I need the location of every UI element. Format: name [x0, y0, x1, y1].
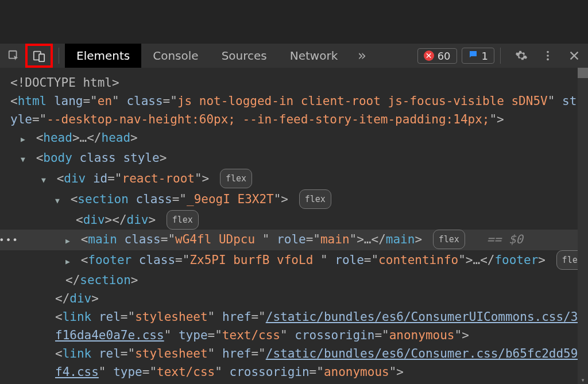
tab-elements[interactable]: Elements: [65, 44, 141, 68]
link2-node[interactable]: <link rel="stylesheet" href="/static/bun…: [10, 344, 579, 381]
react-root-open[interactable]: ▼ <div id="react-root"> flex: [10, 169, 579, 189]
device-toggle-highlight: [25, 44, 53, 68]
svg-point-3: [547, 51, 549, 53]
collapse-icon[interactable]: ▼: [21, 150, 29, 169]
row-actions-icon[interactable]: •••: [0, 231, 19, 250]
collapse-icon[interactable]: ▼: [41, 171, 49, 189]
scroll-down-icon[interactable]: ▾: [578, 376, 588, 384]
errors-badge[interactable]: ✕ 60: [417, 48, 457, 64]
errors-count: 60: [438, 50, 451, 62]
empty-div-node[interactable]: <div></div> flex: [10, 210, 579, 230]
head-node[interactable]: ▶ <head>…</head>: [10, 129, 579, 149]
section-close[interactable]: </section>: [10, 271, 579, 289]
flex-pill[interactable]: flex: [167, 210, 199, 230]
html-open[interactable]: <html lang="en" class="js not-logged-in …: [10, 92, 579, 129]
svg-point-4: [547, 55, 549, 57]
titlebar-area: [0, 0, 588, 44]
selected-main-node[interactable]: ••• ▶ <main class="wG4fl UDpcu " role="m…: [0, 230, 588, 250]
toggle-device-icon[interactable]: [30, 46, 48, 65]
scrollbar-thumb[interactable]: [578, 68, 588, 78]
inspect-element-icon[interactable]: [5, 46, 23, 65]
doctype-line[interactable]: <!DOCTYPE html>: [10, 73, 579, 92]
expand-icon[interactable]: ▶: [21, 130, 29, 149]
elements-tree[interactable]: <!DOCTYPE html> <html lang="en" class="j…: [0, 68, 588, 384]
div-close[interactable]: </div>: [10, 289, 579, 308]
link1-node[interactable]: <link rel="stylesheet" href="/static/bun…: [10, 308, 579, 344]
tab-network[interactable]: Network: [278, 44, 350, 68]
body-open[interactable]: ▼ <body class style>: [10, 149, 579, 169]
tab-console[interactable]: Console: [141, 44, 210, 68]
messages-count: 1: [482, 50, 488, 62]
flex-pill[interactable]: flex: [433, 230, 465, 249]
messages-badge[interactable]: 1: [462, 48, 494, 64]
settings-icon[interactable]: [512, 46, 531, 65]
expand-icon[interactable]: ▶: [65, 232, 74, 250]
kebab-menu-icon[interactable]: [539, 46, 557, 65]
more-tabs-icon[interactable]: »: [351, 48, 372, 64]
expand-icon[interactable]: ▶: [65, 253, 74, 271]
tab-sources[interactable]: Sources: [210, 44, 278, 68]
error-dot-icon: ✕: [424, 51, 434, 61]
vertical-scrollbar[interactable]: ▾: [578, 68, 588, 384]
tabs: Elements Console Sources Network: [65, 44, 349, 68]
script-node[interactable]: ▶ <script type="text/javascript">…</scri…: [10, 381, 579, 384]
status-badges: ✕ 60 1: [417, 48, 494, 64]
flex-pill[interactable]: flex: [299, 189, 331, 209]
toolbar-divider: [59, 48, 59, 64]
footer-node[interactable]: ▶ <footer class="Zx5PI burfB vfoLd " rol…: [10, 250, 579, 271]
devtools-toolbar: Elements Console Sources Network » ✕ 60 …: [0, 44, 588, 68]
svg-rect-2: [39, 54, 44, 61]
svg-point-5: [547, 59, 549, 61]
close-icon[interactable]: [565, 46, 583, 65]
toolbar-divider: [500, 48, 501, 64]
flex-pill[interactable]: flex: [220, 169, 252, 188]
selection-trailer: == $0: [487, 232, 523, 246]
collapse-icon[interactable]: ▼: [55, 192, 63, 210]
message-icon: [468, 49, 478, 62]
section-open[interactable]: ▼ <section class="_9eogI E3X2T"> flex: [10, 189, 579, 210]
